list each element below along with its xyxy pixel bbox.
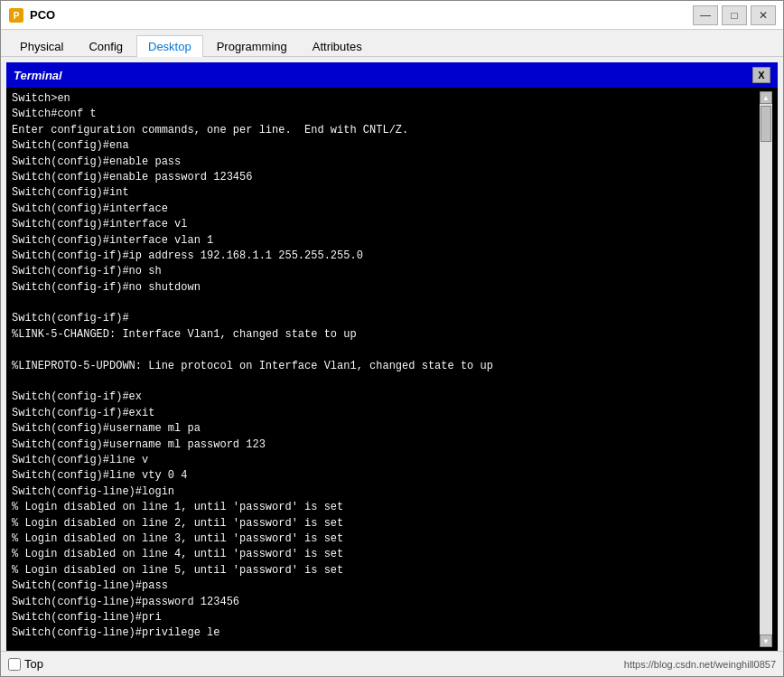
close-button[interactable]: ✕ bbox=[751, 5, 776, 25]
top-checkbox-text: Top bbox=[24, 657, 43, 671]
scrollbar-track[interactable] bbox=[760, 104, 772, 635]
scrollbar-up-button[interactable]: ▲ bbox=[760, 91, 772, 104]
tab-config[interactable]: Config bbox=[77, 35, 135, 57]
terminal-title: Terminal bbox=[14, 69, 752, 82]
tab-physical[interactable]: Physical bbox=[8, 35, 75, 57]
terminal-output: Switch>en Switch#conf t Enter configurat… bbox=[12, 91, 760, 647]
terminal-header: Terminal X bbox=[6, 62, 778, 88]
top-checkbox-label[interactable]: Top bbox=[8, 657, 43, 671]
tab-desktop[interactable]: Desktop bbox=[136, 35, 203, 57]
terminal-scrollbar[interactable]: ▲ ▼ bbox=[760, 91, 772, 647]
terminal-close-button[interactable]: X bbox=[752, 67, 770, 83]
window-controls: — □ ✕ bbox=[693, 5, 776, 25]
content-area: Terminal X Switch>en Switch#conf t Enter… bbox=[1, 57, 783, 651]
scrollbar-thumb[interactable] bbox=[761, 106, 771, 142]
svg-text:P: P bbox=[14, 11, 20, 21]
window-title: PCO bbox=[30, 8, 693, 22]
tab-bar: Physical Config Desktop Programming Attr… bbox=[1, 30, 783, 57]
bottom-bar: Top https://blog.csdn.net/weinghill0857 bbox=[1, 651, 783, 676]
terminal-body[interactable]: Switch>en Switch#conf t Enter configurat… bbox=[6, 88, 778, 651]
title-bar: P PCO — □ ✕ bbox=[1, 1, 783, 30]
app-icon: P bbox=[8, 7, 24, 24]
main-window: P PCO — □ ✕ Physical Config Desktop Prog… bbox=[0, 0, 784, 677]
maximize-button[interactable]: □ bbox=[722, 5, 747, 25]
tab-attributes[interactable]: Attributes bbox=[301, 35, 374, 57]
scrollbar-down-button[interactable]: ▼ bbox=[760, 635, 772, 647]
top-checkbox-input[interactable] bbox=[8, 658, 21, 671]
minimize-button[interactable]: — bbox=[693, 5, 718, 25]
status-url: https://blog.csdn.net/weinghill0857 bbox=[624, 655, 776, 673]
tab-programming[interactable]: Programming bbox=[205, 35, 299, 57]
